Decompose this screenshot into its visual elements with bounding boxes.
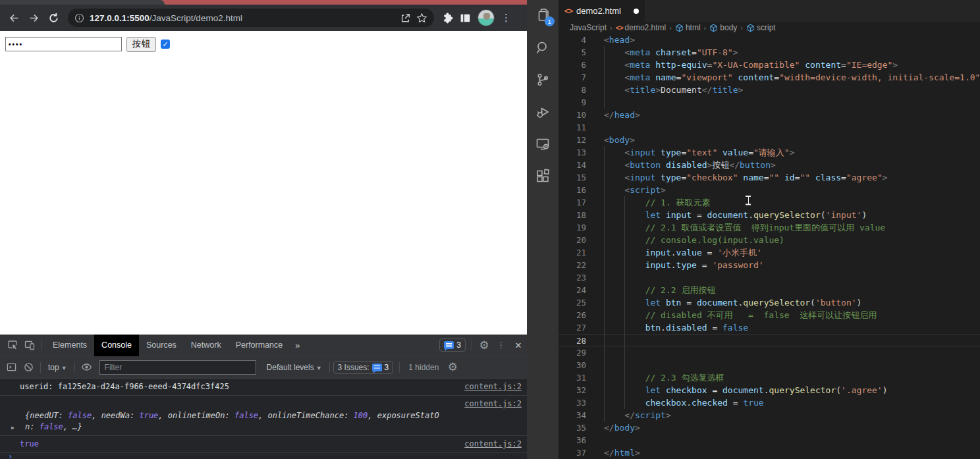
indent-guide	[624, 271, 625, 284]
reload-button[interactable]	[44, 9, 63, 27]
html-file-icon: <>	[616, 24, 623, 32]
code-line-28: 28	[558, 334, 980, 346]
issues-counter[interactable]: 3 Issues: 3	[333, 361, 394, 374]
indent-guide	[624, 221, 625, 234]
line-number: 24	[558, 284, 586, 296]
devtools-close-icon[interactable]: ✕	[510, 337, 527, 354]
indent-guide	[624, 296, 625, 309]
line-number: 28	[558, 335, 586, 346]
console-prompt-icon[interactable]: ›	[0, 453, 527, 458]
agree-checkbox[interactable]: ✓	[161, 40, 170, 49]
console-messages-badge[interactable]: 3	[439, 338, 466, 352]
code-line-19: 19 // 2.1 取值或者设置值 得到input里面的值可以用 value	[558, 221, 980, 234]
indent-guide	[604, 296, 605, 309]
line-number: 8	[558, 84, 586, 96]
devtools-tab-network[interactable]: Network	[184, 335, 229, 356]
context-selector[interactable]: top▼	[44, 363, 71, 372]
expand-arrow-icon[interactable]: ▶	[11, 422, 14, 433]
console-filter-input[interactable]: Filter	[99, 360, 256, 375]
indent-guide	[624, 371, 625, 384]
more-tabs-icon[interactable]: »	[290, 340, 305, 350]
site-info-icon[interactable]	[74, 13, 84, 23]
side-panel-icon[interactable]	[460, 13, 471, 24]
profile-avatar[interactable]	[477, 9, 495, 26]
devtools-tab-sources[interactable]: Sources	[139, 335, 184, 356]
password-input[interactable]: ••••	[5, 37, 122, 51]
breadcrumb-item-body[interactable]: body	[708, 23, 738, 32]
line-number: 36	[558, 434, 586, 446]
source-control-icon[interactable]	[533, 70, 552, 89]
breadcrumb-item-demo2html[interactable]: <>demo2.html	[614, 23, 668, 32]
line-number: 25	[558, 296, 586, 309]
line-number: 9	[558, 96, 586, 109]
demo-button[interactable]: 按钮	[126, 37, 156, 52]
indent-guide	[624, 196, 625, 209]
browser-menu-icon[interactable]: ⋮	[501, 12, 511, 24]
devtools-tab-performance[interactable]: Performance	[229, 335, 290, 356]
clear-console-icon[interactable]	[20, 359, 37, 376]
breadcrumb-separator: ›	[703, 24, 707, 32]
remote-explorer-icon[interactable]	[533, 135, 552, 153]
explorer-icon[interactable]: 1	[533, 6, 552, 24]
line-number: 37	[558, 446, 586, 459]
vscode-window: 1 <> demo2.html JavaScript›<>demo2.html›…	[527, 0, 980, 459]
devtools-tab-elements[interactable]: Elements	[45, 335, 94, 356]
breadcrumb-item-html[interactable]: html	[674, 23, 702, 32]
run-debug-icon[interactable]	[533, 103, 552, 121]
browser-window: 127.0.0.1:5500/JavaScript/demo2.html ⋮ •…	[0, 0, 527, 459]
share-icon[interactable]	[400, 13, 411, 24]
inspect-element-icon[interactable]	[4, 337, 21, 354]
indent-guide	[604, 196, 605, 209]
line-number: 6	[558, 59, 586, 71]
console-settings-icon[interactable]: ⚙	[444, 359, 461, 376]
code-line-25: 25 let btn = document.querySelector('but…	[558, 296, 980, 309]
devtools-settings-icon[interactable]: ⚙	[476, 337, 493, 354]
indent-guide	[624, 346, 625, 359]
log-levels-selector[interactable]: Default levels▼	[263, 363, 326, 372]
indent-guide	[604, 384, 605, 396]
indent-guide	[604, 359, 605, 371]
line-number: 11	[558, 121, 586, 134]
console-source-link[interactable]: content.js:2	[464, 439, 522, 450]
devtools-menu-icon[interactable]: ⋮	[493, 337, 510, 354]
devtools-tab-console[interactable]: Console	[94, 335, 139, 356]
address-bar[interactable]: 127.0.0.1:5500/JavaScript/demo2.html	[68, 9, 434, 27]
unsaved-dot[interactable]	[634, 9, 639, 14]
line-number: 7	[558, 71, 586, 84]
html-file-icon: <>	[564, 7, 572, 16]
search-icon[interactable]	[533, 38, 552, 57]
line-number: 5	[558, 46, 586, 59]
back-button[interactable]	[5, 9, 23, 27]
indent-guide	[624, 209, 625, 221]
console-sidebar-toggle-icon[interactable]	[3, 359, 20, 376]
indent-guide	[604, 271, 605, 284]
object-preview-line: n: false, …}	[20, 421, 464, 433]
breadcrumb-item-JavaScript[interactable]: JavaScript	[568, 23, 608, 32]
live-expression-eye-icon[interactable]	[78, 359, 95, 376]
editor-tab-demo2[interactable]: <> demo2.html	[558, 0, 645, 22]
forward-button[interactable]	[24, 9, 43, 27]
line-number: 33	[558, 396, 586, 409]
indent-guide	[624, 309, 625, 321]
divider	[472, 340, 472, 350]
device-toolbar-icon[interactable]	[21, 337, 38, 354]
extensions-icon[interactable]	[533, 167, 552, 186]
extensions-puzzle-icon[interactable]	[442, 13, 453, 24]
browser-active-tab[interactable]	[0, 0, 165, 5]
console-source-link[interactable]: content.js:2	[464, 399, 522, 408]
code-line-16: 16 <script>	[558, 184, 980, 196]
code-line-35: 35</body>	[558, 421, 980, 434]
url-text[interactable]: 127.0.0.1:5500/JavaScript/demo2.html	[90, 13, 395, 23]
breadcrumb-item-script[interactable]: script	[745, 23, 777, 32]
code-editor[interactable]: 4<head>5 <meta charset="UTF-8">6 <meta h…	[558, 34, 980, 459]
line-number: 20	[558, 234, 586, 246]
code-line-9: 9	[558, 96, 980, 109]
console-source-link[interactable]: content.js:2	[464, 381, 522, 392]
indent-guide	[604, 409, 605, 421]
code-line-7: 7 <meta name="viewport" content="width=d…	[558, 71, 980, 84]
bookmark-star-icon[interactable]	[416, 13, 427, 24]
object-preview-line: {needUT: false, needWa: true, onlinetime…	[20, 410, 464, 421]
indent-guide	[604, 335, 605, 346]
code-line-14: 14 <button disabled>按钮</button>	[558, 159, 980, 171]
browser-toolbar: 127.0.0.1:5500/JavaScript/demo2.html ⋮	[0, 5, 527, 31]
